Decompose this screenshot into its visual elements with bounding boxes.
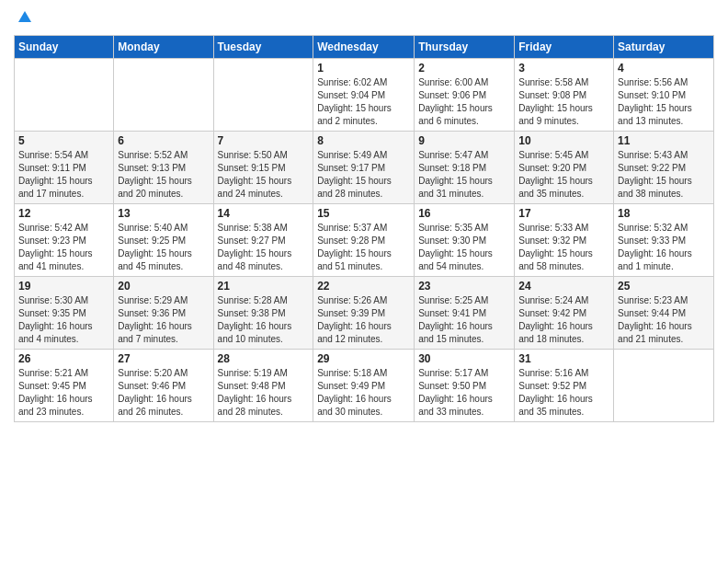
day-cell: [114, 59, 213, 132]
day-info: Sunrise: 5:49 AM Sunset: 9:17 PM Dayligh…: [317, 149, 410, 201]
day-number: 8: [317, 134, 410, 147]
day-number: 21: [218, 280, 310, 293]
day-cell: 27Sunrise: 5:20 AM Sunset: 9:46 PM Dayli…: [114, 350, 213, 422]
day-number: 6: [118, 134, 209, 147]
day-cell: 15Sunrise: 5:37 AM Sunset: 9:28 PM Dayli…: [313, 204, 415, 277]
day-number: 1: [317, 62, 410, 75]
day-number: 29: [317, 352, 410, 365]
day-number: 26: [18, 352, 109, 365]
weekday-header-thursday: Thursday: [415, 36, 515, 59]
header: [14, 9, 714, 29]
day-cell: 25Sunrise: 5:23 AM Sunset: 9:44 PM Dayli…: [614, 277, 714, 350]
day-cell: 17Sunrise: 5:33 AM Sunset: 9:32 PM Dayli…: [515, 204, 614, 277]
day-number: 31: [518, 352, 609, 365]
day-info: Sunrise: 5:40 AM Sunset: 9:25 PM Dayligh…: [118, 222, 209, 273]
day-cell: 3Sunrise: 5:58 AM Sunset: 9:08 PM Daylig…: [515, 59, 614, 132]
day-cell: 8Sunrise: 5:49 AM Sunset: 9:17 PM Daylig…: [313, 132, 415, 204]
day-number: 28: [218, 352, 310, 365]
weekday-header-sunday: Sunday: [15, 36, 114, 59]
day-number: 12: [18, 207, 109, 220]
logo-icon: [17, 9, 33, 26]
day-cell: [213, 59, 313, 132]
day-cell: 13Sunrise: 5:40 AM Sunset: 9:25 PM Dayli…: [114, 204, 213, 277]
day-cell: 14Sunrise: 5:38 AM Sunset: 9:27 PM Dayli…: [213, 204, 313, 277]
day-info: Sunrise: 5:21 AM Sunset: 9:45 PM Dayligh…: [18, 367, 109, 419]
day-cell: 12Sunrise: 5:42 AM Sunset: 9:23 PM Dayli…: [15, 204, 114, 277]
day-number: 15: [317, 207, 410, 220]
day-number: 9: [418, 134, 510, 147]
weekday-header-saturday: Saturday: [614, 36, 714, 59]
day-cell: 20Sunrise: 5:29 AM Sunset: 9:36 PM Dayli…: [114, 277, 213, 350]
day-cell: [15, 59, 114, 132]
day-info: Sunrise: 5:26 AM Sunset: 9:39 PM Dayligh…: [317, 294, 410, 346]
day-info: Sunrise: 6:02 AM Sunset: 9:04 PM Dayligh…: [317, 76, 410, 128]
day-info: Sunrise: 5:35 AM Sunset: 9:30 PM Dayligh…: [418, 222, 510, 273]
day-info: Sunrise: 5:17 AM Sunset: 9:50 PM Dayligh…: [418, 367, 510, 419]
day-cell: 4Sunrise: 5:56 AM Sunset: 9:10 PM Daylig…: [614, 59, 714, 132]
day-info: Sunrise: 5:24 AM Sunset: 9:42 PM Dayligh…: [518, 294, 609, 346]
day-info: Sunrise: 5:47 AM Sunset: 9:18 PM Dayligh…: [418, 149, 510, 201]
day-number: 17: [518, 207, 609, 220]
day-info: Sunrise: 5:25 AM Sunset: 9:41 PM Dayligh…: [418, 294, 510, 346]
day-info: Sunrise: 5:42 AM Sunset: 9:23 PM Dayligh…: [18, 222, 109, 273]
day-info: Sunrise: 5:37 AM Sunset: 9:28 PM Dayligh…: [317, 222, 410, 273]
day-cell: 16Sunrise: 5:35 AM Sunset: 9:30 PM Dayli…: [415, 204, 515, 277]
day-cell: 26Sunrise: 5:21 AM Sunset: 9:45 PM Dayli…: [15, 350, 114, 422]
week-row-2: 5Sunrise: 5:54 AM Sunset: 9:11 PM Daylig…: [15, 132, 714, 204]
day-number: 22: [317, 280, 410, 293]
day-cell: 22Sunrise: 5:26 AM Sunset: 9:39 PM Dayli…: [313, 277, 415, 350]
day-cell: [614, 350, 714, 422]
day-info: Sunrise: 5:56 AM Sunset: 9:10 PM Dayligh…: [618, 76, 710, 128]
day-info: Sunrise: 5:30 AM Sunset: 9:35 PM Dayligh…: [18, 294, 109, 346]
day-cell: 29Sunrise: 5:18 AM Sunset: 9:49 PM Dayli…: [313, 350, 415, 422]
svg-marker-0: [18, 11, 31, 22]
day-info: Sunrise: 5:45 AM Sunset: 9:20 PM Dayligh…: [518, 149, 609, 201]
day-cell: 30Sunrise: 5:17 AM Sunset: 9:50 PM Dayli…: [415, 350, 515, 422]
day-number: 5: [18, 134, 109, 147]
day-cell: 21Sunrise: 5:28 AM Sunset: 9:38 PM Dayli…: [213, 277, 313, 350]
day-info: Sunrise: 5:18 AM Sunset: 9:49 PM Dayligh…: [317, 367, 410, 419]
day-cell: 6Sunrise: 5:52 AM Sunset: 9:13 PM Daylig…: [114, 132, 213, 204]
day-info: Sunrise: 5:58 AM Sunset: 9:08 PM Dayligh…: [518, 76, 609, 128]
day-cell: 9Sunrise: 5:47 AM Sunset: 9:18 PM Daylig…: [415, 132, 515, 204]
day-number: 27: [118, 352, 209, 365]
day-number: 10: [518, 134, 609, 147]
day-cell: 19Sunrise: 5:30 AM Sunset: 9:35 PM Dayli…: [15, 277, 114, 350]
day-cell: 1Sunrise: 6:02 AM Sunset: 9:04 PM Daylig…: [313, 59, 415, 132]
day-number: 11: [618, 134, 710, 147]
weekday-header-monday: Monday: [114, 36, 213, 59]
day-cell: 24Sunrise: 5:24 AM Sunset: 9:42 PM Dayli…: [515, 277, 614, 350]
day-cell: 10Sunrise: 5:45 AM Sunset: 9:20 PM Dayli…: [515, 132, 614, 204]
day-cell: 31Sunrise: 5:16 AM Sunset: 9:52 PM Dayli…: [515, 350, 614, 422]
day-number: 13: [118, 207, 209, 220]
day-info: Sunrise: 5:52 AM Sunset: 9:13 PM Dayligh…: [118, 149, 209, 201]
day-number: 16: [418, 207, 510, 220]
day-cell: 11Sunrise: 5:43 AM Sunset: 9:22 PM Dayli…: [614, 132, 714, 204]
day-info: Sunrise: 5:20 AM Sunset: 9:46 PM Dayligh…: [118, 367, 209, 419]
day-cell: 23Sunrise: 5:25 AM Sunset: 9:41 PM Dayli…: [415, 277, 515, 350]
day-info: Sunrise: 5:29 AM Sunset: 9:36 PM Dayligh…: [118, 294, 209, 346]
day-cell: 2Sunrise: 6:00 AM Sunset: 9:06 PM Daylig…: [415, 59, 515, 132]
day-info: Sunrise: 5:32 AM Sunset: 9:33 PM Dayligh…: [618, 222, 710, 273]
day-info: Sunrise: 5:23 AM Sunset: 9:44 PM Dayligh…: [618, 294, 710, 346]
day-info: Sunrise: 6:00 AM Sunset: 9:06 PM Dayligh…: [418, 76, 510, 128]
day-number: 20: [118, 280, 209, 293]
day-number: 14: [218, 207, 310, 220]
calendar-table: SundayMondayTuesdayWednesdayThursdayFrid…: [14, 35, 714, 422]
day-number: 30: [418, 352, 510, 365]
weekday-header-wednesday: Wednesday: [313, 36, 415, 59]
day-info: Sunrise: 5:33 AM Sunset: 9:32 PM Dayligh…: [518, 222, 609, 273]
day-number: 24: [518, 280, 609, 293]
week-row-5: 26Sunrise: 5:21 AM Sunset: 9:45 PM Dayli…: [15, 350, 714, 422]
day-number: 2: [418, 62, 510, 75]
day-info: Sunrise: 5:19 AM Sunset: 9:48 PM Dayligh…: [218, 367, 310, 419]
day-cell: 28Sunrise: 5:19 AM Sunset: 9:48 PM Dayli…: [213, 350, 313, 422]
day-info: Sunrise: 5:16 AM Sunset: 9:52 PM Dayligh…: [518, 367, 609, 419]
weekday-header-row: SundayMondayTuesdayWednesdayThursdayFrid…: [15, 36, 714, 59]
day-number: 7: [218, 134, 310, 147]
day-number: 19: [18, 280, 109, 293]
week-row-4: 19Sunrise: 5:30 AM Sunset: 9:35 PM Dayli…: [15, 277, 714, 350]
weekday-header-friday: Friday: [515, 36, 614, 59]
day-number: 4: [618, 62, 710, 75]
week-row-1: 1Sunrise: 6:02 AM Sunset: 9:04 PM Daylig…: [15, 59, 714, 132]
